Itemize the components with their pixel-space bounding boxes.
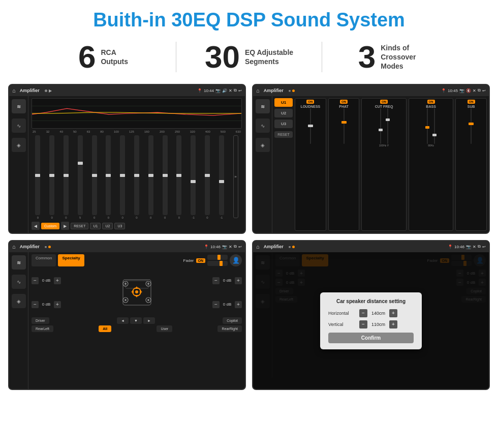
phat-toggle: ON <box>340 100 348 104</box>
eq-slider-9: 0 <box>144 135 157 219</box>
crossover-u1-button[interactable]: U1 <box>274 98 293 107</box>
eq-custom-button[interactable]: Custom <box>41 223 59 229</box>
crossover-home-icon[interactable]: ⌂ <box>256 87 260 94</box>
fader-right-arrow[interactable]: ► <box>143 317 155 324</box>
fader-tab-common[interactable]: Common <box>32 254 56 266</box>
crossover-u2-button[interactable]: U2 <box>274 109 293 117</box>
fader-vol-bl-plus[interactable]: + <box>54 301 61 308</box>
eq-u1-button[interactable]: U1 <box>90 223 101 229</box>
fader-left-arrow[interactable]: ◄ <box>117 317 129 324</box>
fader-vol-tr-value: 0 dB <box>221 278 233 283</box>
eq-slider-track-2[interactable] <box>49 135 54 215</box>
eq-more-indicator[interactable]: » <box>233 135 238 218</box>
fader-tabs: Common Specialty Fader ON <box>32 254 242 266</box>
param-cutfreq: ON CUT FREQ <box>361 98 407 231</box>
eq-slider-track-5[interactable] <box>92 135 97 215</box>
eq-slider-10: 0 <box>159 135 171 219</box>
fader-vol-br-minus[interactable]: − <box>212 301 220 308</box>
crossover-side-btn-2[interactable]: ∿ <box>256 118 270 133</box>
bass-on-badge[interactable]: ON <box>427 100 435 104</box>
fader-tab-specialty[interactable]: Specialty <box>58 254 84 266</box>
dialog-home-icon[interactable]: ⌂ <box>256 244 260 250</box>
eq-u3-button[interactable]: U3 <box>114 223 125 229</box>
eq-slider-track-6[interactable] <box>106 135 111 215</box>
fader-back-icon[interactable]: ↩ <box>238 245 242 249</box>
eq-slider-track-3[interactable] <box>64 135 69 215</box>
fader-status-bar: ⌂ Amplifier ■ 📍 10:46 📷 ✕ ⧉ ↩ <box>9 241 245 252</box>
fader-rearleft-button[interactable]: RearLeft <box>32 325 53 332</box>
fader-all-button[interactable]: All <box>99 325 111 332</box>
fader-vol-tr-minus[interactable]: − <box>212 277 220 284</box>
fader-copilot-button[interactable]: Copilot <box>223 317 242 324</box>
location-icon: 📍 <box>197 88 202 93</box>
fader-home-icon[interactable]: ⌂ <box>12 244 16 250</box>
screen-crossover: ⌂ Amplifier ■ 📍 10:45 📷 🔇 ✕ ⧉ ↩ <box>252 84 490 234</box>
eq-app-title: Amplifier <box>20 88 40 93</box>
fader-vol-br-value: 0 dB <box>221 302 233 307</box>
eq-slider-track-10[interactable] <box>163 135 168 215</box>
dialog-vertical-label: Vertical <box>328 322 356 327</box>
dialog-status-dot-orange <box>292 246 295 248</box>
cutfreq-on-badge[interactable]: ON <box>380 100 388 104</box>
fader-vol-bl-minus[interactable]: − <box>32 301 39 308</box>
eq-side-btn-1[interactable]: ≋ <box>12 99 26 113</box>
home-icon[interactable]: ⌂ <box>12 87 16 94</box>
stat-crossover-number: 3 <box>358 41 376 73</box>
dialog-back-icon[interactable]: ↩ <box>482 245 486 249</box>
svg-rect-6 <box>341 121 347 124</box>
fader-user-button[interactable]: User <box>157 325 172 332</box>
eq-slider-track-9[interactable] <box>148 135 153 215</box>
eq-side-btn-3[interactable]: ◈ <box>12 138 26 152</box>
dialog-horizontal-minus[interactable]: − <box>359 309 367 317</box>
fader-side-btn-2[interactable]: ∿ <box>12 275 26 289</box>
fader-rearright-button[interactable]: RearRight <box>217 325 242 332</box>
eq-slider-handle-11 <box>176 174 181 177</box>
eq-slider-track-8[interactable] <box>134 135 139 215</box>
fader-h-slider-2[interactable] <box>207 261 228 266</box>
fader-vol-tl-plus[interactable]: + <box>54 277 61 284</box>
fader-user-icon-btn[interactable]: 👤 <box>230 254 242 266</box>
eq-slider-track-1[interactable] <box>35 135 40 215</box>
eq-u2-button[interactable]: U2 <box>102 223 113 229</box>
fader-vol-br-plus[interactable]: + <box>235 301 242 308</box>
phat-on-badge[interactable]: ON <box>340 100 348 104</box>
fader-down-arrow[interactable]: ▼ <box>130 317 142 324</box>
crossover-reset-button[interactable]: RESET <box>274 131 293 138</box>
fader-toggle-on[interactable]: ON <box>196 258 206 263</box>
dialog-horizontal-plus[interactable]: + <box>389 309 397 317</box>
dialog-confirm-button[interactable]: Confirm <box>328 333 414 343</box>
loudness-on-badge[interactable]: ON <box>306 100 314 104</box>
cutfreq-toggle: ON <box>380 100 388 104</box>
fader-vol-tl-minus[interactable]: − <box>32 277 39 284</box>
crossover-side-btn-1[interactable]: ≋ <box>256 99 270 113</box>
eq-slider-track-14[interactable] <box>219 135 224 215</box>
eq-slider-track-4[interactable] <box>78 135 83 215</box>
fader-side-btn-3[interactable]: ◈ <box>12 294 26 308</box>
crossover-side-btn-3[interactable]: ◈ <box>256 138 270 152</box>
eq-slider-track-13[interactable] <box>205 135 210 215</box>
fader-vol-tr-plus[interactable]: + <box>235 277 242 284</box>
crossover-params-panel: ON LOUDNESS ON <box>295 98 487 231</box>
dialog-vertical-plus[interactable]: + <box>389 320 397 328</box>
fader-main-panel: Common Specialty Fader ON <box>28 252 245 389</box>
eq-slider-track-12[interactable] <box>191 135 196 215</box>
back-icon[interactable]: ↩ <box>238 88 242 93</box>
fader-side-btn-1[interactable]: ≋ <box>12 255 26 270</box>
crossover-main-panel: U1 U2 U3 RESET ON <box>272 96 489 233</box>
eq-side-btn-2[interactable]: ∿ <box>12 118 26 133</box>
eq-prev-button[interactable]: ◄ <box>32 222 40 230</box>
phat-label: PHAT <box>339 105 349 108</box>
dialog-vertical-minus[interactable]: − <box>359 320 367 328</box>
eq-reset-button[interactable]: RESET <box>71 223 88 229</box>
fader-h-slider-1[interactable] <box>207 255 228 260</box>
crossover-u3-button[interactable]: U3 <box>274 120 293 128</box>
sub-on-badge[interactable]: ON <box>468 100 475 104</box>
param-sub: ON SUB <box>455 98 487 231</box>
eq-slider-2: 0 <box>46 135 58 219</box>
eq-slider-track-7[interactable] <box>120 135 125 215</box>
eq-slider-track-11[interactable] <box>176 135 181 215</box>
fader-driver-button[interactable]: Driver <box>32 317 49 324</box>
crossover-back-icon[interactable]: ↩ <box>482 88 486 93</box>
page-title: Buith-in 30EQ DSP Sound System <box>0 0 498 36</box>
eq-next-button[interactable]: ► <box>61 222 69 230</box>
